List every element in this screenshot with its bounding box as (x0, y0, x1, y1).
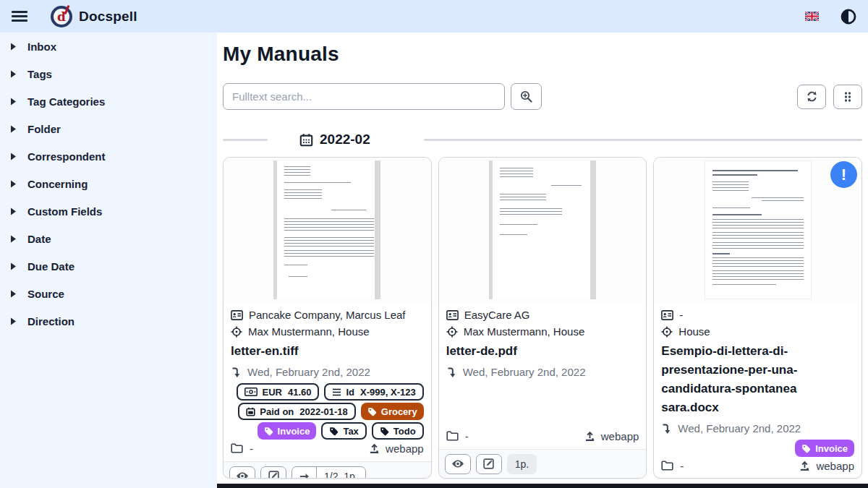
calendar-icon (299, 133, 313, 147)
correspondent-value: Pancake Company, Marcus Leaf (249, 309, 406, 321)
correspondent-row: EasyCare AG (446, 307, 639, 323)
sidebar-item-tag-categories[interactable]: Tag Categories (0, 87, 217, 115)
caret-right-icon (10, 70, 17, 78)
app-logo[interactable]: d Docspell (51, 6, 137, 27)
source-value: webapp (386, 442, 424, 455)
tag-icon (801, 444, 811, 453)
preview-button[interactable] (445, 454, 471, 474)
dark-mode-toggle-icon[interactable] (841, 9, 856, 25)
pages-label: 1p. (507, 454, 537, 474)
item-name: Esempio-di-lettera-di-presentazione-per-… (661, 342, 854, 417)
folder-info: - (661, 460, 684, 472)
folder-info: - (231, 442, 253, 455)
arrow-turn-down-icon (446, 367, 456, 378)
edit-button[interactable] (260, 466, 286, 479)
caret-right-icon (10, 180, 17, 188)
uk-flag-icon[interactable] (805, 12, 819, 21)
tag-badge: Todo (372, 422, 424, 440)
folder-value: - (680, 460, 684, 472)
concerning-value: Max Mustermann, House (464, 325, 585, 338)
correspondent-row: - (661, 307, 854, 323)
item-date: Wed, February 2nd, 2022 (678, 422, 801, 435)
sidebar-item-date[interactable]: Date (0, 225, 217, 252)
sidebar-item-direction[interactable]: Direction (0, 307, 217, 335)
item-date: Wed, February 2nd, 2022 (463, 366, 586, 378)
crosshair-icon (231, 326, 242, 338)
source-value: webapp (601, 430, 639, 442)
item-date-row: Wed, February 2nd, 2022 (446, 364, 639, 380)
new-item-indicator: ! (830, 161, 857, 188)
caret-right-icon (10, 262, 17, 270)
caret-right-icon (10, 317, 17, 325)
folder-info: - (446, 430, 469, 442)
sidebar-item-inbox[interactable]: Inbox (0, 33, 217, 60)
address-card-icon (446, 310, 459, 320)
refresh-icon (806, 90, 818, 103)
month-group-header: 2022-02 (223, 132, 862, 147)
upload-icon (799, 461, 810, 471)
concerning-row: Max Mustermann, House (446, 323, 639, 340)
search-input[interactable] (223, 83, 505, 110)
month-group-label: 2022-02 (320, 132, 370, 147)
item-card[interactable]: Pancake Company, Marcus Leaf Max Musterm… (223, 157, 432, 479)
sidebar-item-correspondent[interactable]: Correspondent (0, 142, 217, 170)
folder-icon (231, 443, 243, 453)
caret-right-icon (10, 98, 17, 106)
sidebar-item-concerning[interactable]: Concerning (0, 170, 217, 197)
tag-icon (380, 427, 389, 436)
menu-icon[interactable] (12, 9, 27, 25)
custom-field-paid-on: Paid on 2022-01-18 (238, 403, 355, 420)
arrow-turn-down-icon (231, 367, 241, 378)
tag-badge: Invoice (258, 422, 317, 440)
sidebar-item-custom-fields[interactable]: Custom Fields (0, 197, 217, 225)
attachments-group: 1/2, 1p. (292, 466, 366, 479)
custom-field-id: Id X-999, X-123 (324, 383, 423, 401)
grip-vertical-icon (843, 91, 853, 103)
edit-button[interactable] (476, 454, 502, 474)
tag-icon (264, 427, 273, 436)
concerning-value: Max Mustermann, House (248, 325, 370, 338)
preview-button[interactable] (229, 466, 255, 479)
tag-badge: Tax (321, 422, 366, 440)
sidebar-item-source[interactable]: Source (0, 280, 217, 307)
item-date-row: Wed, February 2nd, 2022 (231, 364, 424, 380)
folder-value: - (465, 430, 469, 442)
bottom-edge-bar (217, 484, 868, 488)
docspell-logo-icon: d (51, 6, 72, 27)
correspondent-value: - (679, 309, 683, 321)
source-info: webapp (369, 442, 424, 455)
upload-icon (369, 443, 380, 454)
calendar-icon (246, 407, 255, 416)
arrow-right-icon (299, 472, 310, 479)
top-header: d Docspell (0, 0, 868, 33)
source-info: webapp (799, 460, 854, 472)
item-date: Wed, February 2nd, 2022 (247, 366, 370, 378)
crosshair-icon (446, 326, 458, 338)
address-card-icon (231, 310, 243, 320)
sidebar-item-tags[interactable]: Tags (0, 60, 217, 87)
correspondent-row: Pancake Company, Marcus Leaf (231, 307, 424, 323)
concerning-row: Max Mustermann, House (231, 323, 424, 340)
eye-icon (451, 459, 464, 468)
document-thumbnail[interactable] (654, 158, 861, 302)
custom-field-amount: EUR 41.60 (237, 383, 319, 401)
search-plus-icon (520, 90, 532, 103)
next-attachment-button[interactable] (292, 467, 317, 479)
refresh-button[interactable] (797, 85, 826, 109)
sidebar-item-due-date[interactable]: Due Date (0, 252, 217, 280)
sidebar-item-folder[interactable]: Folder (0, 115, 217, 142)
caret-right-icon (10, 290, 17, 298)
item-card[interactable]: ! (653, 157, 862, 479)
page-title: My Manuals (223, 43, 862, 66)
caret-right-icon (10, 125, 17, 133)
crosshair-icon (661, 326, 673, 338)
document-thumbnail[interactable] (224, 158, 431, 302)
grid-view-button[interactable] (833, 85, 862, 109)
source-value: webapp (816, 460, 854, 472)
document-thumbnail[interactable] (439, 158, 647, 302)
item-card[interactable]: EasyCare AG Max Mustermann, House letter… (438, 157, 647, 479)
upload-icon (584, 431, 595, 442)
search-button[interactable] (511, 83, 542, 110)
eye-icon (236, 471, 249, 479)
tag-icon (367, 407, 377, 416)
